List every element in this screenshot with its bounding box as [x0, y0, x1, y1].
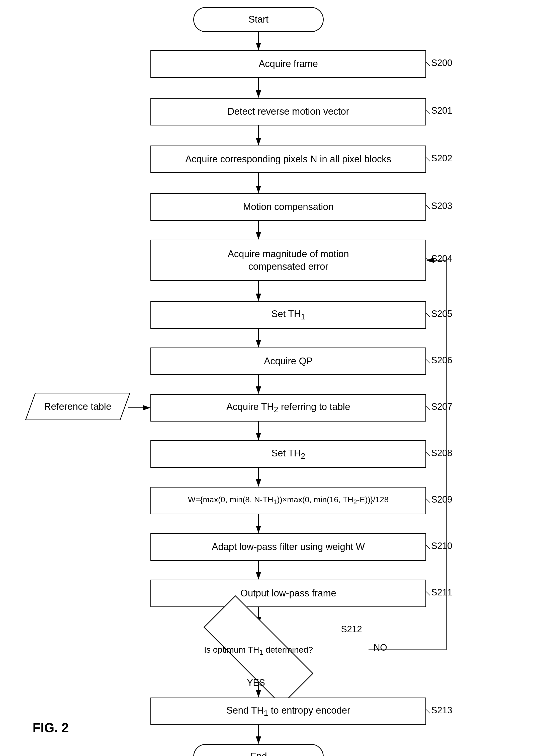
s213-step: S213 — [431, 705, 452, 716]
s203-step: S203 — [431, 201, 452, 211]
s210-step: S210 — [431, 541, 452, 551]
s203-node: Motion compensation — [150, 193, 426, 221]
s208-label: Set TH2 — [271, 447, 305, 461]
reference-table-label: Reference table — [44, 401, 111, 412]
start-label: Start — [248, 13, 268, 25]
svg-line-25 — [426, 258, 430, 262]
s213-node: Send TH1 to entropy encoder — [150, 697, 426, 725]
s211-step: S211 — [431, 587, 452, 598]
s207-node: Acquire TH2 referring to table — [150, 394, 426, 422]
s203-label: Motion compensation — [243, 201, 333, 213]
s206-node: Acquire QP — [150, 347, 426, 375]
svg-line-21 — [426, 62, 430, 66]
s202-step: S202 — [431, 153, 452, 163]
s210-label: Adapt low-pass filter using weight W — [212, 541, 365, 553]
svg-line-23 — [426, 157, 430, 161]
s205-step: S205 — [431, 309, 452, 319]
s212-text-wrapper: Is optimum TH1 determined? — [178, 624, 339, 677]
s200-node: Acquire frame — [150, 50, 426, 78]
svg-line-26 — [426, 313, 430, 317]
s207-step: S207 — [431, 401, 452, 412]
svg-line-24 — [426, 205, 430, 209]
s202-label: Acquire corresponding pixels N in all pi… — [185, 153, 392, 165]
s201-step: S201 — [431, 106, 452, 116]
no-label: NO — [374, 642, 387, 653]
flowchart-container: Start Acquire frame S200 Detect reverse … — [0, 0, 537, 756]
end-node: End — [193, 744, 324, 756]
s206-step: S206 — [431, 355, 452, 366]
svg-line-31 — [426, 545, 430, 549]
s209-label: W={max(0, min(8, N-TH1))×max(0, min(16, … — [188, 495, 389, 506]
s206-label: Acquire QP — [264, 355, 312, 367]
svg-line-28 — [426, 406, 430, 410]
svg-line-32 — [426, 592, 430, 596]
s201-node: Detect reverse motion vector — [150, 98, 426, 125]
svg-line-27 — [426, 360, 430, 363]
s204-node: Acquire magnitude of motion compensated … — [150, 240, 426, 281]
s204-label: Acquire magnitude of motion compensated … — [227, 248, 349, 273]
svg-line-22 — [426, 110, 430, 114]
s208-step: S208 — [431, 448, 452, 459]
s202-node: Acquire corresponding pixels N in all pi… — [150, 146, 426, 173]
svg-line-33 — [426, 710, 430, 713]
s211-node: Output low-pass frame — [150, 580, 426, 607]
end-label: End — [250, 750, 267, 756]
s213-label: Send TH1 to entropy encoder — [227, 704, 350, 718]
yes-label: YES — [247, 678, 265, 688]
s208-node: Set TH2 — [150, 440, 426, 468]
s200-label: Acquire frame — [259, 58, 318, 70]
s210-node: Adapt low-pass filter using weight W — [150, 533, 426, 561]
fig-label: FIG. 2 — [33, 720, 69, 735]
s212-label: Is optimum TH1 determined? — [204, 644, 313, 657]
s209-step: S209 — [431, 494, 452, 505]
s211-label: Output low-pass frame — [240, 587, 336, 600]
svg-line-30 — [426, 499, 430, 503]
s205-label: Set TH1 — [271, 308, 305, 322]
reference-table-shape: Reference table — [25, 393, 130, 420]
svg-line-29 — [426, 452, 430, 456]
s212-step: S212 — [341, 624, 362, 635]
s200-step: S200 — [431, 58, 452, 68]
s205-node: Set TH1 — [150, 301, 426, 329]
s201-label: Detect reverse motion vector — [227, 106, 349, 118]
s212-diamond-container: Is optimum TH1 determined? — [178, 624, 339, 677]
s204-step: S204 — [431, 253, 452, 264]
s207-label: Acquire TH2 referring to table — [227, 401, 350, 415]
s209-node: W={max(0, min(8, N-TH1))×max(0, min(16, … — [150, 487, 426, 514]
start-node: Start — [193, 7, 324, 32]
